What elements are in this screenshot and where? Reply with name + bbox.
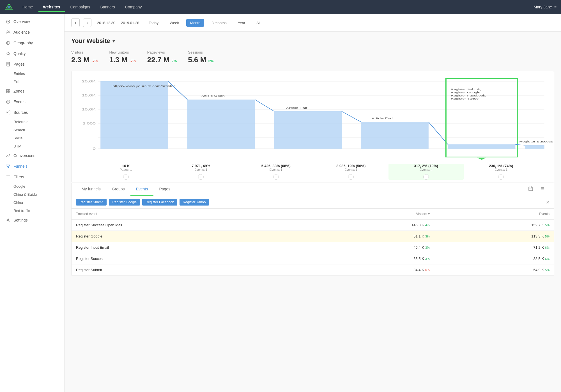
sidebar-sub-utm[interactable]: UTM (0, 142, 64, 150)
website-name: Your Website (71, 37, 110, 45)
sidebar-item-filters[interactable]: Filters (0, 172, 64, 182)
file-icon (6, 62, 11, 67)
add-step-btn-2[interactable]: + (273, 174, 279, 180)
svg-text:Register Google,: Register Google, (451, 91, 482, 94)
filter-tag-2[interactable]: Register Facebook (142, 199, 177, 206)
sidebar-sub-referrals[interactable]: Referrals (0, 118, 64, 126)
sidebar-item-pages[interactable]: Pages (0, 59, 64, 70)
sidebar-label: Conversions (13, 153, 35, 158)
user-menu-icon[interactable]: ≡ (554, 5, 557, 9)
svg-rect-18 (8, 91, 10, 93)
time-btn-week[interactable]: Week (166, 19, 183, 27)
svg-line-45 (255, 100, 274, 111)
svg-rect-43 (187, 100, 255, 149)
sidebar-item-quality[interactable]: Quality (0, 48, 64, 59)
sidebar-item-overview[interactable]: Overview (0, 16, 64, 27)
filter-clear-button[interactable]: ✕ (546, 200, 549, 205)
nav-banners[interactable]: Banners (96, 3, 119, 11)
stat-sessions-change: 3% (208, 59, 214, 63)
svg-rect-62 (529, 187, 533, 191)
sidebar-sub-social[interactable]: Social (0, 134, 64, 142)
table-row: Register Success Open Mail 145.8 K4% 152… (72, 220, 554, 231)
sidebar-sub-china[interactable]: China (0, 199, 64, 207)
filter-tag-3[interactable]: Register Yahoo (180, 199, 209, 206)
svg-point-22 (9, 113, 10, 114)
table-row: Register Success 35.5 K3% 38.5 K6% (72, 253, 554, 264)
time-btn-all[interactable]: All (252, 19, 264, 27)
sidebar-item-settings[interactable]: Settings (0, 215, 64, 225)
time-btn-today[interactable]: Today (145, 19, 162, 27)
user-area[interactable]: Mary Jane ≡ (534, 5, 557, 9)
time-btn-3months[interactable]: 3 months (208, 19, 230, 27)
sidebar-item-zones[interactable]: Zones (0, 86, 64, 96)
sidebar-label: Settings (13, 218, 28, 222)
sidebar-item-conversions[interactable]: Conversions (0, 150, 64, 161)
sidebar-item-funnels[interactable]: Funnels (0, 161, 64, 172)
tab-pages[interactable]: Pages (153, 183, 176, 196)
col-header-visitors[interactable]: Visitors ▾ (314, 209, 434, 220)
add-step-btn-3[interactable]: + (348, 174, 354, 180)
filter-icon (6, 174, 11, 179)
filter-tag-1[interactable]: Register Google (109, 199, 140, 206)
sidebar-item-events[interactable]: Events (0, 96, 64, 107)
svg-text:Register Success: Register Success (519, 140, 553, 143)
sidebar-sub-search[interactable]: Search (0, 126, 64, 134)
step-sub-3: Events: 1 (314, 168, 389, 171)
prev-button[interactable]: ‹ (71, 19, 80, 27)
cell-tracked-event: Register Input Email (72, 242, 314, 253)
stat-sessions: Sessions 5.6 M 3% (188, 50, 213, 64)
stat-new-visitors: New visitors 1.3 M -7% (109, 50, 136, 64)
sidebar-label: Events (13, 100, 26, 104)
tab-events[interactable]: Events (130, 183, 154, 196)
tabs-bar: My funnels Groups Events Pages (72, 183, 554, 196)
sidebar-label: Quality (13, 51, 26, 56)
next-button[interactable]: › (83, 19, 91, 27)
tab-groups[interactable]: Groups (106, 183, 130, 196)
step-sub-2: Events: 1 (238, 168, 314, 171)
step-label-4: 317, 2% (10%) Events: 4 + (388, 164, 464, 180)
sources-icon (6, 110, 11, 115)
sidebar: Overview Audience Geography Quality Page… (0, 14, 65, 392)
stat-pageviews-value: 22.7 M 2% (147, 56, 177, 64)
add-step-btn-5[interactable]: + (498, 174, 504, 180)
table-row: Register Google 51.1 K3% 113.3 K5% (72, 231, 554, 242)
nav-company[interactable]: Company (121, 3, 146, 11)
dropdown-icon[interactable]: ▾ (112, 38, 115, 44)
stat-visitors-change: -7% (91, 59, 98, 63)
sidebar-label: Audience (13, 30, 30, 34)
sidebar-label: Pages (13, 62, 25, 66)
add-step-btn-0[interactable]: + (123, 174, 129, 180)
sidebar-sub-exits[interactable]: Exits (0, 78, 64, 86)
sidebar-label: Funnels (13, 164, 27, 169)
svg-text:Register Yahoo: Register Yahoo (451, 97, 479, 100)
nav-home[interactable]: Home (18, 3, 37, 11)
svg-rect-49 (361, 122, 429, 149)
stat-visitors-value: 2.3 M -7% (71, 56, 98, 64)
nav-websites[interactable]: Websites (38, 3, 65, 11)
stat-pageviews-change: 2% (172, 59, 177, 63)
filter-tag-0[interactable]: Register Submit (76, 199, 107, 206)
time-btn-year[interactable]: Year (234, 19, 249, 27)
sidebar-sub-entries[interactable]: Entries (0, 70, 64, 78)
tab-my-funnels[interactable]: My funnels (76, 183, 106, 196)
sidebar-sub-google[interactable]: Google (0, 182, 64, 190)
calendar-icon[interactable] (526, 185, 535, 193)
sidebar-item-geography[interactable]: Geography (0, 38, 64, 48)
cell-events: 152.7 K5% (434, 220, 554, 231)
svg-rect-52 (448, 144, 516, 149)
user-name: Mary Jane (534, 5, 552, 9)
svg-line-24 (7, 112, 9, 114)
sidebar-sub-red-traffic[interactable]: Red traffic (0, 207, 64, 215)
time-btn-month[interactable]: Month (186, 19, 204, 27)
stat-new-visitors-value: 1.3 M -7% (109, 56, 136, 64)
add-step-btn-4[interactable]: + (423, 174, 429, 180)
list-icon[interactable] (538, 185, 547, 193)
logo-icon (4, 3, 13, 11)
sidebar-sub-china-baidu[interactable]: China & Baidu (0, 190, 64, 199)
step-label-0: 16 K Pages: 1 + (88, 164, 164, 180)
sidebar-item-sources[interactable]: Sources (0, 107, 64, 118)
nav-campaigns[interactable]: Campaigns (66, 3, 95, 11)
add-step-btn-1[interactable]: + (198, 174, 204, 180)
step-value-0: 16 K (88, 164, 164, 168)
sidebar-item-audience[interactable]: Audience (0, 27, 64, 38)
